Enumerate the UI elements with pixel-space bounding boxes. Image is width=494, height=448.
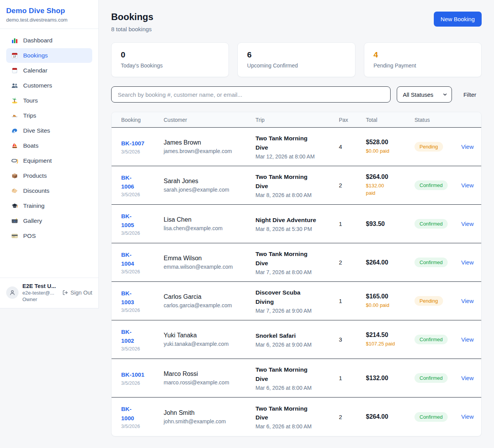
booking-id-link[interactable]: BK- 1000 [121, 404, 134, 423]
stat-value: 4 [374, 50, 472, 59]
trip-datetime: Mar 8, 2026 at 5:30 PM [255, 226, 333, 232]
table-row: BK-1007 3/5/2026 James Brown james.brown… [112, 128, 481, 166]
sidebar-item-calendar[interactable]: Calendar [6, 63, 92, 78]
view-link[interactable]: View [461, 143, 474, 150]
sidebar-item-label: Products [23, 172, 47, 179]
sidebar-item-discounts[interactable]: Discounts [6, 184, 92, 198]
paid-amount: $0.00 paid [366, 302, 408, 309]
booking-date: 3/5/2026 [121, 231, 157, 236]
user-role: Owner [22, 296, 58, 302]
sidebar-item-label: Boats [23, 142, 39, 149]
svg-text:17: 17 [13, 55, 16, 58]
booking-id-link[interactable]: BK- 1006 [121, 173, 134, 191]
trip-datetime: Mar 6, 2026 at 9:00 AM [255, 342, 333, 348]
customer-email: lisa.chen@example.com [164, 225, 249, 231]
customer-name: Yuki Tanaka [164, 332, 249, 339]
sidebar-item-dive-sites[interactable]: Dive Sites [6, 123, 92, 138]
paid-amount: $132.00 paid [366, 182, 408, 197]
customer-name: Emma Wilson [164, 255, 249, 262]
sign-out-button[interactable]: Sign Out [62, 290, 92, 296]
trip-name: Two Tank Morning Dive [255, 172, 333, 190]
booking-id-link[interactable]: BK- 1003 [121, 289, 134, 307]
pax-count: 1 [339, 221, 366, 227]
booking-date: 3/5/2026 [121, 192, 157, 197]
status-badge: Confirmed [414, 180, 448, 190]
sidebar-item-dashboard[interactable]: Dashboard [6, 33, 92, 48]
table-header-row: Booking Customer Trip Pax Total Status [112, 112, 481, 128]
stat-card-todays-bookings: 0 Today's Bookings [111, 42, 229, 77]
avatar [6, 286, 19, 299]
customer-email: james.brown@example.com [164, 148, 249, 154]
booking-id-link[interactable]: BK- 1004 [121, 250, 134, 268]
calendar-icon [11, 67, 18, 74]
customer-email: carlos.garcia@example.com [164, 302, 249, 308]
view-link[interactable]: View [461, 221, 474, 227]
total-amount: $132.00 [366, 375, 408, 382]
table-row: BK- 1005 3/5/2026 Lisa Chen lisa.chen@ex… [112, 205, 481, 243]
sidebar-item-label: Discounts [23, 187, 49, 194]
sidebar-item-gallery[interactable]: Gallery [6, 214, 92, 228]
logout-icon [62, 290, 68, 296]
dive-mask-icon [11, 157, 18, 164]
page-header: Bookings 8 total bookings New Booking [111, 12, 482, 32]
view-link[interactable]: View [461, 375, 474, 381]
customer-email: emma.wilson@example.com [164, 264, 249, 270]
sidebar-item-label: Bookings [23, 52, 48, 59]
sidebar-item-customers[interactable]: Customers [6, 78, 92, 93]
view-link[interactable]: View [461, 298, 474, 304]
status-select-wrap: All Statuses [397, 86, 452, 103]
new-booking-button[interactable]: New Booking [434, 12, 482, 27]
status-badge: Pending [414, 296, 443, 306]
stat-label: Upcoming Confirmed [247, 62, 345, 69]
column-header-pax: Pax [339, 117, 366, 123]
column-header-trip: Trip [255, 117, 339, 123]
column-header-customer: Customer [164, 117, 255, 123]
stat-value: 6 [247, 50, 345, 59]
booking-id-link[interactable]: BK-1001 [121, 370, 144, 379]
view-link[interactable]: View [461, 336, 474, 343]
sidebar-item-boats[interactable]: Boats [6, 138, 92, 153]
sidebar-item-bookings[interactable]: 17 Bookings [6, 48, 92, 63]
total-amount: $93.50 [366, 221, 408, 227]
stats-row: 0 Today's Bookings 6 Upcoming Confirmed … [111, 42, 482, 77]
sidebar-item-equipment[interactable]: Equipment [6, 153, 92, 168]
customer-name: Sarah Jones [164, 178, 249, 185]
customer-name: John Smith [164, 409, 249, 416]
stat-label: Today's Bookings [121, 62, 219, 69]
column-header-status: Status [414, 117, 461, 123]
main-content: Bookings 8 total bookings New Booking 0 … [99, 0, 494, 448]
trip-datetime: Mar 8, 2026 at 8:00 AM [255, 192, 333, 198]
sidebar-item-label: POS [23, 232, 36, 239]
view-link[interactable]: View [461, 413, 474, 420]
booking-date: 3/5/2026 [121, 149, 157, 155]
customer-name: Lisa Chen [164, 216, 249, 223]
stat-label: Pending Payment [374, 62, 472, 69]
column-header-booking: Booking [121, 117, 164, 123]
package-icon [11, 172, 18, 179]
pax-count: 2 [339, 182, 366, 189]
sidebar-item-trips[interactable]: Trips [6, 108, 92, 123]
sidebar-item-training[interactable]: Training [6, 199, 92, 213]
status-badge: Confirmed [414, 335, 448, 344]
filter-button[interactable]: Filter [458, 88, 482, 101]
trip-name: Discover Scuba Diving [255, 288, 333, 306]
status-badge: Confirmed [414, 258, 448, 267]
trip-datetime: Mar 7, 2026 at 9:00 AM [255, 308, 333, 314]
sidebar-item-pos[interactable]: POS [6, 229, 92, 243]
view-link[interactable]: View [461, 259, 474, 266]
sidebar-item-tours[interactable]: Tours [6, 93, 92, 108]
search-input[interactable] [111, 86, 391, 103]
sidebar-nav: Dashboard 17 Bookings Calendar Customers… [0, 29, 98, 278]
sidebar-item-products[interactable]: Products [6, 168, 92, 183]
booking-id-link[interactable]: BK-1007 [121, 139, 144, 148]
booking-id-link[interactable]: BK- 1005 [121, 212, 134, 230]
booking-date: 3/5/2026 [121, 424, 157, 429]
page-title: Bookings [111, 12, 153, 22]
pax-count: 1 [339, 298, 366, 304]
calendar-date-icon: 17 [11, 52, 18, 59]
status-select[interactable]: All Statuses [397, 86, 452, 103]
sidebar-item-label: Tours [23, 97, 38, 104]
bookings-table: Booking Customer Trip Pax Total Status B… [111, 112, 482, 436]
booking-id-link[interactable]: BK- 1002 [121, 327, 134, 345]
view-link[interactable]: View [461, 182, 474, 189]
